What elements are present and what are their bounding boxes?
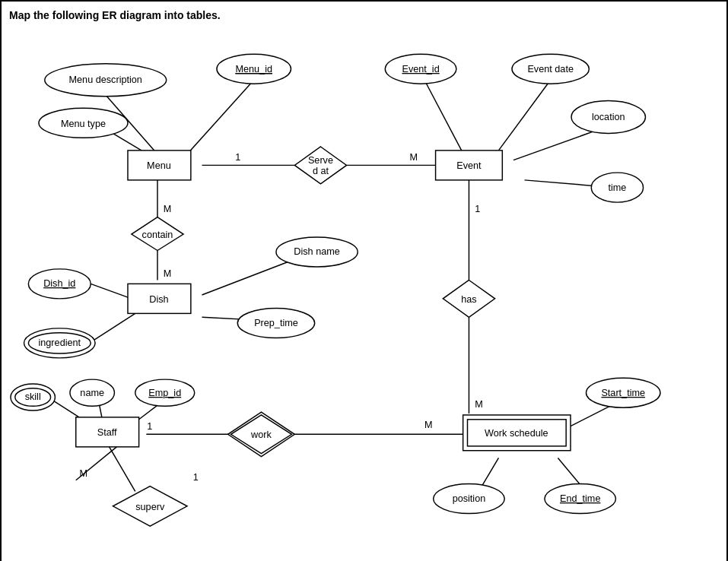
attr-prep-time-label: Prep_time <box>254 318 298 328</box>
svg-line-6 <box>498 80 550 151</box>
page-title: Map the following ER diagram into tables… <box>9 9 719 21</box>
entity-staff-label: Staff <box>97 427 117 438</box>
rel-has-label: has <box>461 294 476 305</box>
svg-text:M: M <box>80 468 88 479</box>
rel-served-at-label: Serve <box>308 155 333 166</box>
entity-menu-label: Menu <box>147 160 171 171</box>
attr-end-time-label: End_time <box>560 493 600 504</box>
attr-menu-desc-label: Menu description <box>69 74 142 85</box>
attr-location-label: location <box>592 112 625 122</box>
svg-text:1: 1 <box>147 421 152 432</box>
attr-skill-label: skill <box>25 391 41 402</box>
svg-text:M: M <box>409 152 418 163</box>
attr-emp-id-label: Emp_id <box>148 388 181 398</box>
svg-text:1: 1 <box>193 472 199 483</box>
er-diagram: 1 M M M 1 M 1 M M 1 Menu Event Dish Staf… <box>9 25 719 561</box>
attr-position-label: position <box>453 493 486 504</box>
svg-line-11 <box>91 284 132 298</box>
rel-superv-label: superv <box>135 502 165 512</box>
entity-dish-label: Dish <box>149 294 168 305</box>
attr-name-label: name <box>80 388 104 398</box>
attr-start-time-label: Start_time <box>601 388 645 398</box>
entity-event-label: Event <box>456 160 482 171</box>
attr-dish-id-label: Dish_id <box>43 278 75 289</box>
svg-line-18 <box>480 458 498 489</box>
svg-text:M: M <box>424 420 433 430</box>
attr-menu-id-label: Menu_id <box>235 64 272 74</box>
attr-ingredient-label: ingredient <box>38 338 81 348</box>
svg-line-2 <box>187 80 254 154</box>
attr-dish-name-label: Dish name <box>294 246 340 257</box>
svg-text:1: 1 <box>235 152 240 163</box>
svg-line-12 <box>202 258 298 295</box>
entity-work-schedule-label: Work schedule <box>485 428 548 439</box>
svg-line-5 <box>424 80 462 151</box>
attr-time-label: time <box>608 182 626 193</box>
svg-text:M: M <box>164 204 172 214</box>
rel-served-at-label2: d at <box>313 166 329 176</box>
svg-text:1: 1 <box>475 204 480 214</box>
attr-event-date-label: Event date <box>527 64 574 74</box>
svg-line-25 <box>110 447 135 491</box>
rel-work-label: work <box>250 429 272 440</box>
rel-contain-label: contain <box>142 230 173 240</box>
attr-event-id-label: Event_id <box>402 64 439 74</box>
svg-line-7 <box>513 128 602 160</box>
svg-text:M: M <box>475 399 483 410</box>
svg-line-13 <box>89 313 135 343</box>
attr-menu-type-label: Menu type <box>61 119 106 129</box>
main-container: Map the following ER diagram into tables… <box>0 0 728 561</box>
svg-text:M: M <box>164 268 172 279</box>
